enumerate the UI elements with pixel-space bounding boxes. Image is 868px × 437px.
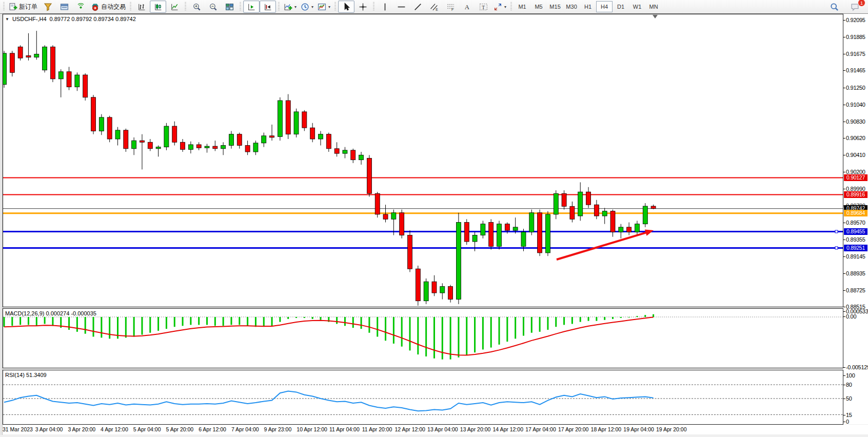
signals-button[interactable] (72, 1, 89, 13)
svg-text:F: F (451, 8, 453, 11)
timeframe-m30-button[interactable]: M30 (563, 1, 580, 12)
zoom-in-button[interactable] (188, 1, 205, 13)
macd-indicator-panel[interactable]: MACD(12,26,9) 0.000274 -0.000035 (3, 308, 843, 368)
axis-tick (843, 290, 845, 291)
timeframe-m5-button[interactable]: M5 (530, 1, 547, 12)
rsi-canvas[interactable] (3, 370, 843, 424)
autoscroll-icon (247, 3, 256, 11)
time-tick-label: 6 Apr 12:00 (199, 426, 226, 432)
timeframe-d1-button[interactable]: D1 (613, 1, 629, 12)
timeframe-m1-button[interactable]: M1 (514, 1, 530, 12)
toolbar-grip (372, 2, 375, 11)
zoom-in-icon (192, 3, 201, 11)
price-tick-label: 0.91465 (846, 67, 865, 73)
rsi-line (4, 391, 654, 411)
indicators-button[interactable]: ▾ (282, 1, 299, 13)
chart-ohlc-values: 0.89772 0.89792 0.89734 0.89742 (50, 16, 136, 22)
vertical-line-button[interactable] (377, 1, 393, 13)
axis-tick (843, 316, 845, 317)
text-button[interactable]: A (459, 1, 475, 13)
toolbar: 新订单自动交易▾▾▾EFAT▾M1M5M15M30H1H4D1W1MN1 (0, 0, 868, 14)
rsi-indicator-panel[interactable]: RSI(14) 51.3409 (3, 370, 843, 425)
periods-button[interactable]: ▾ (299, 1, 315, 13)
timeframe-m15-button[interactable]: M15 (547, 1, 563, 12)
toolbar-grip (278, 2, 280, 11)
time-tick-label: 17 Apr 04:00 (525, 426, 556, 432)
chart-shift-marker (653, 15, 658, 18)
autotrading-button[interactable]: 自动交易 (89, 1, 128, 13)
axis-tick (843, 256, 845, 257)
terminal-button[interactable] (56, 1, 72, 13)
fibonacci-button[interactable]: F (442, 1, 459, 13)
new-order-icon (9, 3, 17, 11)
price-tick-label: 0.89145 (846, 253, 865, 260)
time-tick-label: 7 Apr 04:00 (231, 426, 259, 432)
cursor-button[interactable] (338, 1, 354, 13)
price-tick-label: 80 (846, 382, 852, 388)
terminal-icon (60, 3, 69, 11)
indicators-icon (284, 3, 292, 11)
level-price-badge: 0.89251 (844, 245, 867, 251)
candlestick-chart-button[interactable] (150, 1, 166, 13)
price-tick-label: 0.00 (846, 313, 856, 320)
axis-tick (843, 155, 845, 155)
templates-button[interactable]: ▾ (315, 1, 332, 13)
price-tick-label: 50 (846, 395, 852, 402)
tile-windows-button[interactable] (221, 1, 238, 13)
metaeditor-button[interactable] (40, 1, 56, 13)
chevron-down-icon[interactable]: ▾ (504, 5, 506, 9)
timeframe-mn-button[interactable]: MN (645, 1, 662, 12)
chart-shift-button[interactable] (260, 1, 276, 13)
chevron-down-icon[interactable]: ▾ (294, 5, 297, 9)
chart-menu-icon[interactable]: ▼ (5, 17, 9, 22)
candlestick-chart-canvas[interactable] (3, 14, 843, 307)
svg-text:E: E (436, 7, 438, 11)
time-tick-label: 31 Mar 2023 (3, 426, 33, 432)
notification-badge: 1 (858, 0, 865, 7)
time-tick-label: 11 Apr 20:00 (362, 426, 392, 432)
shift-icon (264, 3, 272, 11)
axis-tick (843, 385, 845, 385)
equidistant-channel-button[interactable]: E (426, 1, 442, 13)
auto-scroll-button[interactable] (243, 1, 260, 13)
level-price-badge: 0.89684 (844, 210, 867, 216)
crosshair-button[interactable] (354, 1, 371, 13)
time-tick-label: 14 Apr 12:00 (493, 426, 524, 432)
price-tick-label: 0.88935 (846, 270, 865, 276)
arrows-button[interactable]: ▾ (491, 1, 508, 13)
trendline-button[interactable] (409, 1, 426, 13)
price-tick-label: -0.005129 (846, 364, 868, 370)
timeframe-h4-button[interactable]: H4 (596, 1, 613, 12)
horizontal-line-object[interactable] (3, 247, 843, 249)
trend-arrow-object[interactable] (557, 229, 654, 260)
bars-icon (137, 3, 146, 11)
zoom-out-button[interactable] (205, 1, 221, 13)
horizontal-line-object[interactable] (3, 230, 843, 233)
text-label-button[interactable]: T (475, 1, 491, 13)
horizontal-line-button[interactable] (393, 1, 409, 13)
bar-chart-button[interactable] (133, 1, 150, 13)
timeframe-h1-button[interactable]: H1 (580, 1, 596, 12)
autotrade-icon (91, 3, 100, 11)
axis-tick (843, 367, 845, 368)
chevron-down-icon[interactable]: ▾ (328, 5, 330, 9)
main-chart-panel[interactable]: ▼ USDCHF-,H4 0.89772 0.89792 0.89734 0.8… (3, 14, 843, 307)
price-tick-label: 0.91250 (846, 85, 865, 91)
axis-tick (843, 88, 845, 88)
line-chart-button[interactable] (166, 1, 183, 13)
macd-canvas[interactable] (3, 309, 843, 368)
level-price-badge: 0.89455 (844, 228, 867, 235)
notifications-button[interactable]: 1 (846, 1, 863, 13)
chevron-down-icon[interactable]: ▾ (311, 5, 313, 9)
new-order-button[interactable]: 新订单 (7, 1, 40, 13)
axis-tick (843, 240, 845, 240)
search-button[interactable] (826, 1, 842, 13)
tile-icon (225, 3, 234, 11)
axis-tick (843, 122, 845, 122)
text-icon: A (463, 3, 471, 11)
axis-tick (843, 311, 845, 312)
time-tick-label: 9 Apr 23:00 (264, 426, 292, 432)
arrows-icon (494, 3, 502, 11)
zoom-out-icon (209, 3, 218, 11)
timeframe-w1-button[interactable]: W1 (629, 1, 645, 12)
